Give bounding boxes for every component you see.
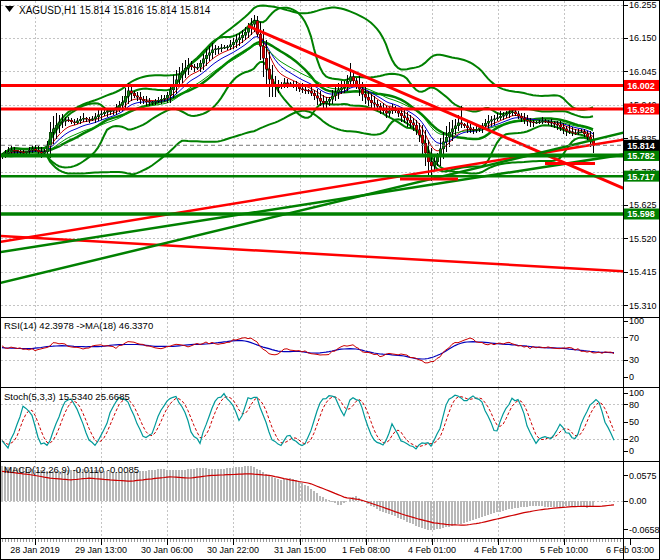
main-chart-panel[interactable] <box>0 1 634 317</box>
svg-text:0.00: 0.00 <box>629 496 647 506</box>
svg-text:0: 0 <box>629 446 634 456</box>
svg-text:15.928: 15.928 <box>627 105 655 115</box>
svg-text:5 Feb 10:00: 5 Feb 10:00 <box>540 545 588 555</box>
svg-text:15.782: 15.782 <box>627 151 655 161</box>
svg-text:4 Feb 17:00: 4 Feb 17:00 <box>474 545 522 555</box>
svg-text:16.255: 16.255 <box>629 0 657 10</box>
svg-text:50: 50 <box>629 417 639 427</box>
chart-title: XAGUSD,H1 15.814 15.816 15.814 15.814 <box>19 5 211 16</box>
rsi-label: RSI(14) 42.3978 ->MA(18) 46.3370 <box>4 320 153 331</box>
svg-text:15.310: 15.310 <box>629 301 657 311</box>
trading-chart-window: 16.25516.15016.04515.94015.83515.73015.6… <box>0 0 660 560</box>
stoch-label: Stoch(5,3,3) 15.5340 25.6685 <box>4 391 130 402</box>
svg-text:30 Jan 22:00: 30 Jan 22:00 <box>207 545 259 555</box>
svg-text:70: 70 <box>629 333 639 343</box>
svg-text:31 Jan 15:00: 31 Jan 15:00 <box>274 545 326 555</box>
svg-text:30 Jan 06:00: 30 Jan 06:00 <box>141 545 193 555</box>
svg-text:15.520: 15.520 <box>629 234 657 244</box>
svg-text:15.598: 15.598 <box>627 209 655 219</box>
svg-text:4 Feb 01:00: 4 Feb 01:00 <box>408 545 456 555</box>
svg-text:16.045: 16.045 <box>629 67 657 77</box>
chart-canvas[interactable]: 16.25516.15016.04515.94015.83515.73015.6… <box>0 0 660 560</box>
symbol-dropdown-icon[interactable] <box>5 6 14 12</box>
svg-text:16.150: 16.150 <box>629 33 657 43</box>
price-axis[interactable]: 16.25516.15016.04515.94015.83515.73015.6… <box>623 0 660 535</box>
svg-text:28 Jan 2019: 28 Jan 2019 <box>10 545 60 555</box>
svg-text:20: 20 <box>629 434 639 444</box>
svg-text:100: 100 <box>629 316 644 326</box>
svg-text:16.002: 16.002 <box>627 81 655 91</box>
svg-text:29 Jan 13:00: 29 Jan 13:00 <box>75 545 127 555</box>
svg-text:0: 0 <box>629 372 634 382</box>
svg-text:15.415: 15.415 <box>629 267 657 277</box>
svg-text:30: 30 <box>629 355 639 365</box>
svg-text:80: 80 <box>629 400 639 410</box>
svg-text:15.814: 15.814 <box>627 141 655 151</box>
time-axis[interactable]: 28 Jan 201929 Jan 13:0030 Jan 06:0030 Ja… <box>2 539 654 555</box>
svg-text:6 Feb 03:00: 6 Feb 03:00 <box>606 545 654 555</box>
svg-text:15.717: 15.717 <box>627 172 655 182</box>
svg-text:0.0575: 0.0575 <box>629 471 657 481</box>
macd-label: MACD(12,26,9) -0.0110 -0.0085 <box>4 464 139 475</box>
svg-text:-0.0658: -0.0658 <box>629 525 660 535</box>
svg-text:100: 100 <box>629 388 644 398</box>
svg-text:1 Feb 08:00: 1 Feb 08:00 <box>342 545 390 555</box>
